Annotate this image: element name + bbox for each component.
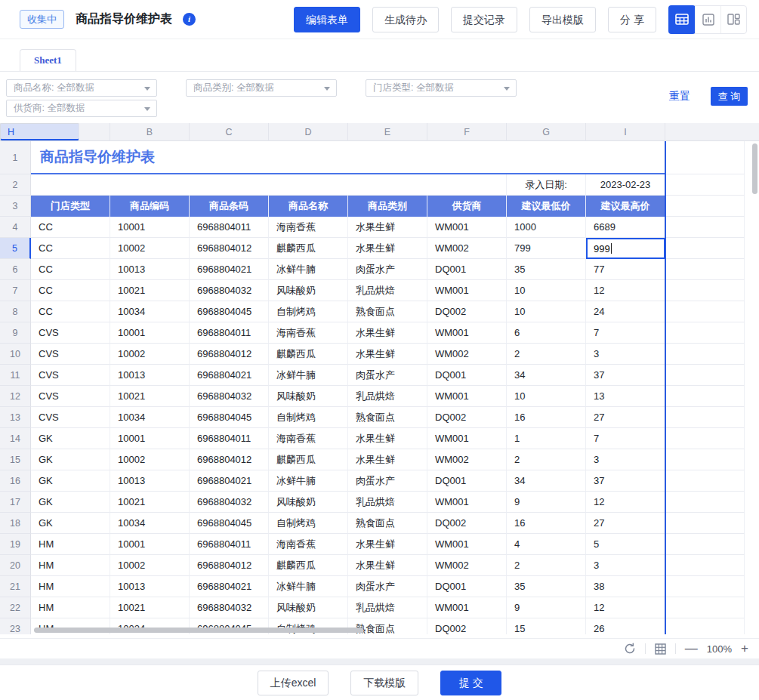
cell-E15[interactable]: 水果生鲜 [348, 449, 427, 470]
cell-I19[interactable] [665, 534, 745, 555]
cell-C22[interactable]: 6968804032 [190, 597, 269, 618]
reset-button[interactable]: 重置 [669, 90, 690, 103]
cell-A10[interactable]: CVS [31, 344, 110, 365]
cell-G7[interactable]: 10 [507, 280, 586, 301]
row-number-11[interactable]: 11 [0, 365, 31, 386]
row-number-6[interactable]: 6 [0, 259, 31, 280]
cell-I21[interactable] [665, 576, 745, 597]
cell-A7[interactable]: CC [31, 280, 110, 301]
row-number-8[interactable]: 8 [0, 301, 31, 322]
cell-E6[interactable]: 肉蛋水产 [348, 259, 427, 280]
column-header-E[interactable]: E [348, 123, 427, 141]
cell-F20[interactable]: WM002 [427, 555, 507, 576]
cell-A15[interactable]: GK [31, 449, 110, 470]
row-number-15[interactable]: 15 [0, 449, 31, 470]
cell-E22[interactable]: 乳品烘焙 [348, 597, 427, 618]
row-number-5[interactable]: 5 [0, 238, 31, 259]
cell-I20[interactable] [665, 555, 745, 576]
cell-C7[interactable]: 6968804032 [190, 280, 269, 301]
cell-B21[interactable]: 10013 [110, 576, 190, 597]
cell-F12[interactable]: WM001 [427, 386, 507, 407]
cell-D21[interactable]: 冰鲜牛腩 [269, 576, 348, 597]
row-number-23[interactable]: 23 [0, 618, 31, 634]
cell-B16[interactable]: 10013 [110, 470, 190, 492]
cell-B10[interactable]: 10002 [110, 344, 190, 365]
cell-A20[interactable]: HM [31, 555, 110, 576]
cell-F15[interactable]: WM002 [427, 449, 507, 470]
cell-I15[interactable] [665, 449, 745, 470]
column-header-D[interactable]: D [269, 123, 348, 141]
cell-H11[interactable]: 37 [586, 365, 665, 386]
cell-I6[interactable] [665, 259, 745, 280]
cell-F13[interactable]: DQ002 [427, 407, 507, 428]
cell-I9[interactable] [665, 322, 745, 344]
cell-E18[interactable]: 熟食面点 [348, 513, 427, 534]
cell-B7[interactable]: 10021 [110, 280, 190, 301]
cell-E17[interactable]: 乳品烘焙 [348, 492, 427, 513]
row-number-3[interactable]: 3 [0, 196, 31, 217]
column-header-C[interactable]: C [190, 123, 269, 141]
cell-H13[interactable]: 27 [586, 407, 665, 428]
cell-G15[interactable]: 2 [507, 449, 586, 470]
cell-C20[interactable]: 6968804012 [190, 555, 269, 576]
cell-C11[interactable]: 6968804021 [190, 365, 269, 386]
cell-D13[interactable]: 自制烤鸡 [269, 407, 348, 428]
cell-C12[interactable]: 6968804032 [190, 386, 269, 407]
cell-G17[interactable]: 9 [507, 492, 586, 513]
cell-C15[interactable]: 6968804012 [190, 449, 269, 470]
cell-B6[interactable]: 10013 [110, 259, 190, 280]
cell-D22[interactable]: 风味酸奶 [269, 597, 348, 618]
filter-product-category[interactable]: 商品类别: 全部数据 [186, 79, 337, 97]
submit-records-button[interactable]: 提交记录 [451, 7, 517, 32]
cell-D5[interactable]: 麒麟西瓜 [269, 238, 348, 259]
cell-H21[interactable]: 38 [586, 576, 665, 597]
cell-A14[interactable]: GK [31, 428, 110, 449]
cell-D19[interactable]: 海南香蕉 [269, 534, 348, 555]
cell-B22[interactable]: 10021 [110, 597, 190, 618]
cell-I3[interactable] [665, 196, 745, 217]
cell-G8[interactable]: 10 [507, 301, 586, 322]
cell-E13[interactable]: 熟食面点 [348, 407, 427, 428]
vertical-scrollbar[interactable] [752, 143, 757, 194]
cell-E11[interactable]: 肉蛋水产 [348, 365, 427, 386]
cell-E16[interactable]: 肉蛋水产 [348, 470, 427, 492]
cell-H6[interactable]: 77 [586, 259, 665, 280]
cell-C21[interactable]: 6968804021 [190, 576, 269, 597]
cell-A12[interactable]: CVS [31, 386, 110, 407]
cell-C10[interactable]: 6968804012 [190, 344, 269, 365]
cell-D7[interactable]: 风味酸奶 [269, 280, 348, 301]
cell-F8[interactable]: DQ002 [427, 301, 507, 322]
cell-F10[interactable]: WM002 [427, 344, 507, 365]
cell-F18[interactable]: DQ002 [427, 513, 507, 534]
upload-excel-button[interactable]: 上传excel [258, 671, 329, 695]
cell-D9[interactable]: 海南香蕉 [269, 322, 348, 344]
cell-H16[interactable]: 37 [586, 470, 665, 492]
cell-E4[interactable]: 水果生鲜 [348, 217, 427, 238]
cell-E5[interactable]: 水果生鲜 [348, 238, 427, 259]
row-number-7[interactable]: 7 [0, 280, 31, 301]
cell-I23[interactable] [665, 618, 745, 634]
row-number-13[interactable]: 13 [0, 407, 31, 428]
cell-E9[interactable]: 水果生鲜 [348, 322, 427, 344]
cell-A2-F2[interactable] [31, 174, 507, 196]
cell-G16[interactable]: 34 [507, 470, 586, 492]
column-header-F[interactable]: F [427, 123, 507, 141]
cell-G14[interactable]: 1 [507, 428, 586, 449]
row-number-14[interactable]: 14 [0, 428, 31, 449]
cell-F21[interactable]: DQ001 [427, 576, 507, 597]
cell-I8[interactable] [665, 301, 745, 322]
cell-I1[interactable] [665, 141, 745, 174]
cell-C16[interactable]: 6968804021 [190, 470, 269, 492]
column-header-I[interactable]: I [586, 123, 665, 141]
row-number-19[interactable]: 19 [0, 534, 31, 555]
row-number-9[interactable]: 9 [0, 322, 31, 344]
cell-D15[interactable]: 麒麟西瓜 [269, 449, 348, 470]
row-number-17[interactable]: 17 [0, 492, 31, 513]
tab-sheet1[interactable]: Sheet1 [20, 49, 76, 71]
cell-G5[interactable]: 799 [507, 238, 586, 259]
cell-I10[interactable] [665, 344, 745, 365]
cell-I12[interactable] [665, 386, 745, 407]
cell-E19[interactable]: 水果生鲜 [348, 534, 427, 555]
cell-B14[interactable]: 10001 [110, 428, 190, 449]
cell-H8[interactable]: 24 [586, 301, 665, 322]
